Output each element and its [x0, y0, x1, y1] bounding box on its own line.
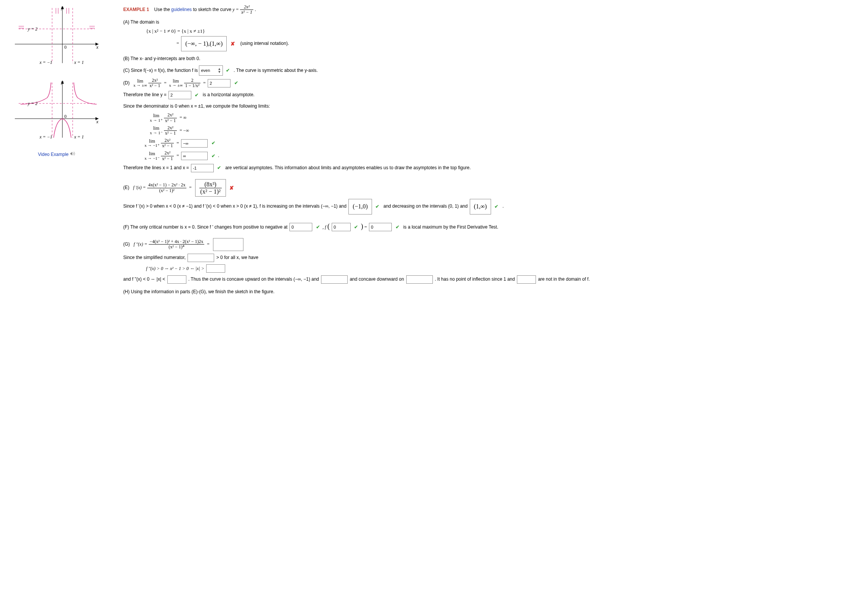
video-example-link[interactable]: Video Example — [5, 151, 108, 157]
G-concave-up[interactable] — [321, 275, 348, 284]
L2-bot: x → 1⁻ — [150, 131, 163, 135]
E-label: (E) — [123, 185, 129, 190]
D-therefore-b: is a horizontal asymptote. — [203, 92, 254, 97]
check-icon: ✔ — [316, 223, 320, 232]
L3-eq: = — [176, 140, 179, 146]
F-b: , f — [323, 224, 326, 230]
svg-text:y: y — [60, 5, 64, 10]
check-icon: ✔ — [211, 139, 215, 148]
L2-den: x² − 1 — [164, 131, 177, 136]
example-title: EXAMPLE 1 — [123, 7, 149, 12]
L1-eq: = ∞ — [180, 115, 186, 120]
H-text: (H) Using the information in parts (E)-(… — [123, 288, 863, 296]
curve-den: x² − 1 — [240, 10, 253, 15]
L2-eq: = −∞ — [180, 128, 189, 133]
D-frac1-den: x² − 1 — [148, 83, 161, 88]
E-dot: . — [502, 204, 504, 209]
A-answer[interactable]: (−∞, − 1),(1,∞) — [181, 36, 227, 51]
svg-text:x = 1: x = 1 — [74, 60, 84, 65]
G-label: (G) — [123, 241, 130, 247]
E-den: (x² − 1)² — [147, 188, 187, 193]
svg-text:y: y — [60, 79, 64, 85]
C-select[interactable]: even ▲▼ — [199, 65, 223, 76]
svg-text:0: 0 — [64, 44, 67, 50]
E-since-a: Since f '(x) > 0 when x < 0 (x ≠ −1) and… — [123, 204, 347, 209]
G-notDom: are not in the domain of f. — [538, 276, 590, 282]
D-ans[interactable]: 2 — [208, 79, 231, 87]
G-concave-down[interactable] — [406, 275, 433, 284]
L4-bot: x → −1⁻ — [145, 156, 160, 161]
G-infl-val[interactable] — [517, 275, 536, 284]
check-icon: ✔ — [396, 223, 399, 232]
L4-ans[interactable]: ∞ — [181, 152, 208, 160]
D-vert-val[interactable]: -1 — [191, 164, 214, 172]
E-int1[interactable]: (−1,0) — [348, 199, 372, 214]
L4-num: 2x² — [161, 151, 174, 156]
curve-lhs: y = — [233, 7, 239, 12]
check-icon: ✔ — [195, 91, 199, 100]
G-num: −4(x² − 1)² + 4x · 2(x² − 1)2x — [149, 239, 205, 245]
G-simplified[interactable] — [213, 238, 243, 251]
A-note: (using interval notation). — [240, 41, 289, 46]
check-icon: ✔ — [234, 79, 238, 87]
G-abslt[interactable] — [167, 275, 186, 284]
check-icon: ✔ — [494, 202, 498, 211]
E-ans-num: (8x³) — [199, 181, 222, 188]
select-arrows-icon: ▲▼ — [218, 67, 221, 73]
A-set: {x | x² − 1 ≠ 0} = {x | x ≠ ±1} — [146, 27, 863, 36]
E-int2[interactable]: (1,∞) — [470, 199, 491, 214]
graph-asymptotes: y x 0 y = 2 x = −1 x = 1 — [11, 2, 102, 71]
F-v1[interactable]: 0 — [289, 223, 312, 231]
E-since-b: and decreasing on the intervals (0, 1) a… — [383, 204, 467, 209]
guidelines-link[interactable]: guidelines — [171, 7, 192, 12]
F-lpar: ( — [327, 222, 330, 230]
curve-tail: . — [255, 7, 256, 12]
G-line2-a: f ''(x) > 0 ↔ x² − 1 > 0 ↔ |x| > — [146, 266, 204, 271]
D-lim1-bot: x → ±∞ — [134, 83, 147, 88]
D-frac2-num: 2 — [184, 78, 201, 83]
G-absgt[interactable] — [206, 264, 225, 273]
F-v2[interactable]: 0 — [332, 223, 351, 231]
G-since: Since the simplified numerator, — [123, 255, 186, 260]
D-eq2: = — [203, 80, 206, 86]
prompt-a: Use the — [154, 7, 171, 12]
svg-text:0: 0 — [64, 114, 67, 119]
F-a: (F) The only critical number is x = 0. S… — [123, 224, 288, 230]
curve-num: 2x² — [240, 5, 253, 10]
E-answer[interactable]: (8x³)(x² − 1)² — [195, 179, 226, 197]
svg-text:x = −1: x = −1 — [39, 134, 52, 140]
F-c: is a local maximum by the First Derivati… — [403, 224, 498, 230]
D-vert-a: Therefore the lines x = 1 and x = — [123, 165, 189, 170]
G-and: and f ''(x) < 0 ↔ |x| < — [123, 276, 165, 282]
E-fprime: f '(x) = — [133, 185, 146, 190]
L1-den: x² − 1 — [164, 118, 177, 123]
L3-num: 2x² — [161, 138, 174, 143]
G-fpp: f ''(x) = — [134, 241, 147, 247]
check-icon: ✔ — [354, 223, 358, 232]
F-v3[interactable]: 0 — [369, 223, 392, 231]
L4-den: x² − 1 — [161, 156, 174, 161]
L3-ans[interactable]: −∞ — [181, 139, 208, 148]
G-numerator[interactable] — [188, 254, 214, 262]
L1-top: lim — [150, 113, 163, 118]
svg-text:x: x — [96, 44, 99, 50]
prompt-b: to sketch the curve — [192, 7, 232, 12]
D-horiz-asymp[interactable]: 2 — [169, 91, 191, 99]
C-b: . The curve is symmetric about the y-axi… — [234, 68, 318, 73]
check-icon: ✔ — [211, 152, 215, 160]
D-therefore-a: Therefore the line y = — [123, 92, 167, 97]
svg-text:x: x — [96, 119, 99, 124]
sound-icon — [70, 151, 75, 157]
G-den: (x² − 1)⁴ — [149, 245, 205, 249]
cross-icon: ✘ — [229, 183, 234, 193]
example-header: EXAMPLE 1 Use the guidelines to sketch t… — [123, 5, 863, 15]
E-eq: = — [189, 185, 192, 190]
D-since: Since the denominator is 0 when x = ±1, … — [123, 102, 863, 111]
L3-den: x² − 1 — [161, 143, 174, 148]
G-gt: > 0 for all x, we have — [216, 255, 258, 260]
L4-top: lim — [145, 151, 160, 156]
D-vert-b: are vertical asymptotes. This informatio… — [225, 165, 471, 170]
E-ans-den: (x² − 1)² — [199, 188, 222, 195]
D-eq1: = — [164, 80, 167, 86]
svg-text:x = 1: x = 1 — [74, 134, 84, 140]
